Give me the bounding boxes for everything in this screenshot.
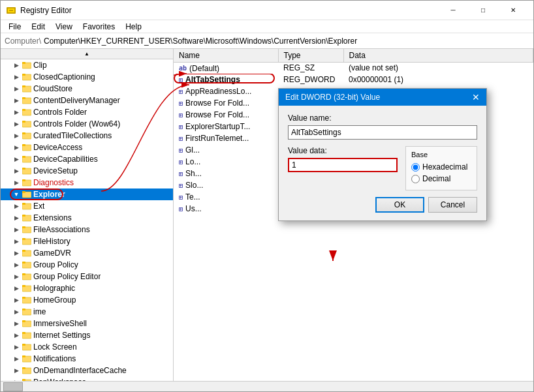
tree-item-contentdelivery[interactable]: ▶ ContentDeliveryManager: [1, 95, 173, 106]
tree-item-homegroup[interactable]: ▶ HomeGroup: [1, 294, 173, 306]
dialog-title-text: Edit DWORD (32-bit) Value: [285, 93, 380, 102]
expander-gamedvr[interactable]: ▶: [11, 250, 22, 256]
tree-label-controlsfolderwow64: Controls Folder (Wow64): [33, 119, 120, 128]
expander-ondemandinterfacecache[interactable]: ▶: [11, 367, 22, 374]
tree-label-clip: Clip: [33, 61, 47, 70]
tree-label-curatedtile: CuratedTileCollections: [33, 131, 112, 140]
menu-favorites[interactable]: Favorites: [78, 21, 120, 33]
tree-item-cloudstore[interactable]: ▶ CloudStore: [1, 83, 173, 95]
tree-item-curatedtile[interactable]: ▶ CuratedTileCollections: [1, 130, 173, 142]
expander-controlsfolder[interactable]: ▶: [11, 109, 22, 115]
tree-item-immersiveshell[interactable]: ▶ ImmersiveShell: [1, 318, 173, 329]
svg-rect-53: [22, 250, 25, 252]
tree-item-extensions[interactable]: ▶ Extensions: [1, 212, 173, 224]
folder-icon-homegroup: [22, 295, 32, 305]
base-section: Base Hexadecimal Decimal: [405, 146, 477, 190]
expander-controlsfolderwow64[interactable]: ▶: [11, 121, 22, 127]
tree-item-grouppolicy[interactable]: ▶ Group Policy: [1, 259, 173, 271]
table-row[interactable]: ab (Default) REG_SZ (value not set): [174, 62, 533, 74]
scrollbar-thumb[interactable]: [3, 382, 23, 391]
decimal-radio[interactable]: [411, 175, 420, 183]
svg-rect-23: [22, 132, 25, 134]
tree-panel[interactable]: ▲ ▶ Clip ▶ ClosedCaptioning ▶: [1, 49, 174, 381]
col-data[interactable]: Data: [343, 49, 533, 62]
col-name[interactable]: Name: [174, 49, 278, 62]
expander-curatedtile[interactable]: ▶: [11, 132, 22, 139]
expander-closedcaptioning[interactable]: ▶: [11, 74, 22, 80]
minimize-button[interactable]: ─: [438, 1, 468, 20]
expander-grouppolicy[interactable]: ▶: [11, 262, 22, 268]
tree-item-controlsfolder[interactable]: ▶ Controls Folder: [1, 106, 173, 118]
tree-label-extensions: Extensions: [33, 213, 72, 222]
cell-name: ⊞ Browse For Fold...: [174, 97, 278, 109]
svg-rect-38: [22, 191, 25, 193]
dialog-title-bar: Edit DWORD (32-bit) Value ✕: [279, 89, 486, 106]
tree-label-fileassociations: FileAssociations: [33, 225, 90, 234]
expander-notifications[interactable]: ▶: [11, 355, 22, 362]
menu-view[interactable]: View: [50, 21, 78, 33]
tree-item-penworkspace[interactable]: ▶ PenWorkspace: [1, 376, 173, 381]
hexadecimal-radio-row: Hexadecimal: [411, 162, 471, 172]
ok-button[interactable]: OK: [375, 197, 424, 213]
menu-help[interactable]: Help: [120, 21, 147, 33]
expander-ime[interactable]: ▶: [11, 309, 22, 315]
tree-item-closedcaptioning[interactable]: ▶ ClosedCaptioning: [1, 71, 173, 83]
expander-contentdelivery[interactable]: ▶: [11, 97, 22, 104]
tree-item-ondemandinterfacecache[interactable]: ▶ OnDemandInterfaceCache: [1, 365, 173, 376]
tree-item-clip[interactable]: ▶ Clip: [1, 59, 173, 71]
tree-item-lockscreen[interactable]: ▶ Lock Screen: [1, 341, 173, 353]
tree-item-fileassociations[interactable]: ▶ FileAssociations: [1, 224, 173, 235]
svg-rect-56: [22, 262, 25, 264]
tree-item-ime[interactable]: ▶ ime: [1, 306, 173, 318]
expander-internetsettings[interactable]: ▶: [11, 332, 22, 339]
tree-item-holographic[interactable]: ▶ Holographic: [1, 282, 173, 294]
value-data-input[interactable]: [288, 158, 398, 172]
menu-file[interactable]: File: [3, 21, 26, 33]
value-name-input[interactable]: [288, 125, 477, 140]
horizontal-scrollbar[interactable]: [1, 381, 533, 391]
expander-extensions[interactable]: ▶: [11, 215, 22, 221]
tree-item-gamedvr[interactable]: ▶ GameDVR: [1, 247, 173, 259]
col-type[interactable]: Type: [278, 49, 343, 62]
expander-homegroup[interactable]: ▶: [11, 297, 22, 303]
expander-deviceaccess[interactable]: ▶: [11, 144, 22, 151]
tree-item-deviceaccess[interactable]: ▶ DeviceAccess: [1, 142, 173, 153]
expander-devicesetup[interactable]: ▶: [11, 168, 22, 174]
expander-holographic[interactable]: ▶: [11, 285, 22, 292]
expander-lockscreen[interactable]: ▶: [11, 344, 22, 350]
expander-ext[interactable]: ▶: [11, 203, 22, 209]
tree-scroll-up[interactable]: ▲: [1, 49, 173, 59]
tree-item-devicecapabilities[interactable]: ▶ DeviceCapabilities: [1, 153, 173, 165]
menu-edit[interactable]: Edit: [26, 21, 50, 33]
expander-immersiveshell[interactable]: ▶: [11, 320, 22, 327]
expander-cloudstore[interactable]: ▶: [11, 85, 22, 92]
tree-item-internetsettings[interactable]: ▶ Internet Settings: [1, 329, 173, 341]
maximize-button[interactable]: □: [468, 1, 498, 20]
svg-rect-62: [22, 285, 25, 287]
hexadecimal-radio[interactable]: [411, 163, 420, 172]
expander-devicecapabilities[interactable]: ▶: [11, 156, 22, 162]
close-button[interactable]: ✕: [498, 1, 528, 20]
expander-explorer[interactable]: ▼: [11, 191, 22, 198]
svg-rect-44: [22, 215, 25, 217]
tree-item-grouppolicyeditor[interactable]: ▶ Group Policy Editor: [1, 271, 173, 282]
svg-rect-59: [22, 273, 25, 275]
expander-fileassociations[interactable]: ▶: [11, 226, 22, 233]
edit-dword-dialog: Edit DWORD (32-bit) Value ✕ Value name: …: [278, 88, 487, 221]
dialog-close-button[interactable]: ✕: [472, 93, 480, 102]
tree-item-filehistory[interactable]: ▶ FileHistory: [1, 235, 173, 247]
tree-item-controlsfolderwow64[interactable]: ▶ Controls Folder (Wow64): [1, 118, 173, 130]
tree-item-notifications[interactable]: ▶ Notifications: [1, 353, 173, 365]
table-row[interactable]: ⊞ AltTabSettings REG_DWORD 0x00000001 (1…: [174, 74, 533, 85]
expander-grouppolicyeditor[interactable]: ▶: [11, 273, 22, 280]
tree-item-explorer[interactable]: ▼ Explorer: [1, 188, 173, 200]
cancel-button[interactable]: Cancel: [428, 197, 477, 213]
tree-item-devicesetup[interactable]: ▶ DeviceSetup: [1, 165, 173, 177]
address-path[interactable]: Computer\HKEY_CURRENT_USER\Software\Micr…: [44, 37, 357, 46]
expander-diagnostics[interactable]: ▶: [11, 179, 22, 186]
tree-item-diagnostics[interactable]: ▶ Diagnostics: [1, 177, 173, 188]
tree-item-ext[interactable]: ▶ Ext: [1, 200, 173, 212]
svg-rect-26: [22, 144, 25, 146]
expander-clip[interactable]: ▶: [11, 62, 22, 68]
expander-filehistory[interactable]: ▶: [11, 238, 22, 245]
